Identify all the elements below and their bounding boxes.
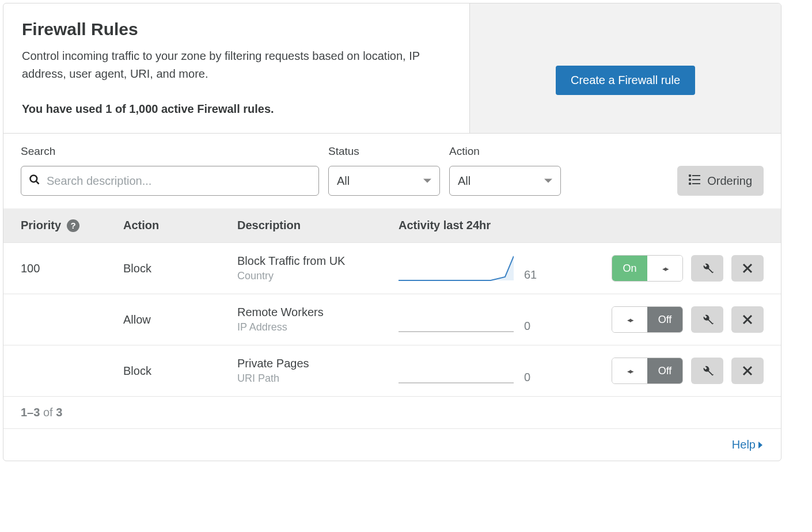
wrench-icon (701, 262, 714, 275)
cell-activity: 61 (399, 255, 568, 282)
rule-field: URI Path (237, 373, 399, 385)
toggle-off-half: Off (647, 358, 682, 383)
close-icon (742, 366, 753, 376)
chevron-down-icon (423, 179, 431, 183)
cell-controls: ◂▸Off (568, 358, 764, 384)
svg-marker-8 (399, 256, 514, 280)
sparkline-chart (399, 255, 514, 282)
activity-count: 0 (524, 320, 530, 333)
arrows-icon: ◂▸ (627, 367, 633, 375)
search-icon (29, 174, 40, 188)
cell-action: Block (123, 262, 237, 275)
cell-controls: On◂▸ (568, 255, 764, 282)
cell-description: Private PagesURI Path (237, 357, 399, 385)
delete-button[interactable] (731, 255, 764, 282)
help-footer: Help (3, 428, 781, 461)
wrench-icon (701, 313, 714, 326)
column-header-priority-label: Priority (21, 219, 61, 232)
page-title: Firewall Rules (22, 20, 451, 39)
enable-toggle[interactable]: ◂▸Off (612, 306, 683, 333)
status-select-value: All (337, 174, 350, 188)
table-row: AllowRemote WorkersIP Address0◂▸Off (3, 294, 781, 345)
cell-activity: 0 (399, 306, 568, 333)
status-filter-group: Status All (328, 145, 440, 196)
help-link[interactable]: Help (732, 438, 764, 451)
activity-count: 0 (524, 371, 530, 384)
create-firewall-rule-button[interactable]: Create a Firewall rule (556, 66, 695, 95)
page-description: Control incoming traffic to your zone by… (22, 47, 451, 83)
table-body: 100BlockBlock Traffic from UKCountry61On… (3, 242, 781, 396)
column-header-priority: Priority ? (21, 219, 123, 232)
cell-description: Block Traffic from UKCountry (237, 254, 399, 282)
column-header-activity: Activity last 24hr (399, 219, 568, 232)
search-input[interactable] (21, 166, 319, 196)
column-header-action: Action (123, 219, 237, 232)
svg-point-2 (689, 174, 691, 176)
rule-name: Private Pages (237, 357, 399, 370)
cell-action: Block (123, 364, 237, 378)
pagination-range: 1–3 (21, 406, 40, 419)
svg-line-1 (36, 181, 39, 184)
toggle-on-half: On (612, 256, 647, 281)
toggle-on-half: ◂▸ (612, 358, 647, 383)
pagination-of: of (40, 406, 56, 419)
cell-activity: 0 (399, 358, 568, 384)
toggle-off-half: ◂▸ (647, 256, 682, 281)
ordering-button[interactable]: Ordering (677, 166, 764, 196)
toggle-off-half: Off (647, 307, 682, 332)
action-select[interactable]: All (449, 166, 561, 196)
ordering-button-label: Ordering (707, 174, 752, 188)
arrows-icon: ◂▸ (662, 264, 668, 273)
pagination-total: 3 (56, 406, 62, 419)
close-icon (742, 314, 753, 325)
search-label: Search (21, 145, 319, 158)
table-header-row: Priority ? Action Description Activity l… (3, 208, 781, 242)
edit-button[interactable] (691, 255, 723, 282)
list-icon (689, 174, 700, 188)
chevron-down-icon (544, 179, 552, 183)
delete-button[interactable] (731, 306, 764, 333)
rule-field: Country (237, 270, 399, 282)
search-input-wrap (21, 166, 319, 196)
cell-priority: 100 (21, 262, 123, 275)
enable-toggle[interactable]: ◂▸Off (612, 358, 683, 384)
sparkline-chart (399, 306, 514, 333)
arrows-icon: ◂▸ (627, 316, 633, 324)
table-row: 100BlockBlock Traffic from UKCountry61On… (3, 242, 781, 294)
svg-point-0 (31, 176, 37, 183)
action-select-value: All (458, 174, 470, 188)
close-icon (742, 263, 753, 273)
toggle-on-half: ◂▸ (612, 307, 647, 332)
help-link-label: Help (732, 438, 756, 451)
edit-button[interactable] (691, 306, 723, 333)
status-select[interactable]: All (328, 166, 440, 196)
table-row: BlockPrivate PagesURI Path0◂▸Off (3, 345, 781, 396)
svg-point-4 (689, 178, 691, 180)
firewall-rules-card: Firewall Rules Control incoming traffic … (3, 3, 781, 461)
rule-field: IP Address (237, 321, 399, 333)
header-text-area: Firewall Rules Control incoming traffic … (3, 3, 470, 133)
table-footer: 1–3 of 3 (3, 396, 781, 428)
help-icon[interactable]: ? (67, 219, 79, 232)
header-section: Firewall Rules Control incoming traffic … (3, 3, 781, 133)
edit-button[interactable] (691, 358, 723, 384)
delete-button[interactable] (731, 358, 764, 384)
svg-point-6 (689, 183, 691, 184)
cell-controls: ◂▸Off (568, 306, 764, 333)
usage-text: You have used 1 of 1,000 active Firewall… (22, 102, 451, 116)
column-header-description: Description (237, 219, 399, 232)
cell-action: Allow (123, 313, 237, 326)
chevron-right-icon (758, 441, 764, 449)
wrench-icon (701, 364, 714, 377)
header-action-area: Create a Firewall rule (470, 3, 781, 133)
filter-bar: Search Status All Action All (3, 133, 781, 208)
cell-description: Remote WorkersIP Address (237, 306, 399, 333)
rule-name: Block Traffic from UK (237, 254, 399, 268)
action-filter-group: Action All (449, 145, 561, 196)
action-label: Action (449, 145, 561, 158)
search-group: Search (21, 145, 319, 196)
sparkline-chart (399, 358, 514, 384)
activity-count: 61 (524, 268, 537, 282)
enable-toggle[interactable]: On◂▸ (612, 255, 683, 282)
rule-name: Remote Workers (237, 306, 399, 319)
